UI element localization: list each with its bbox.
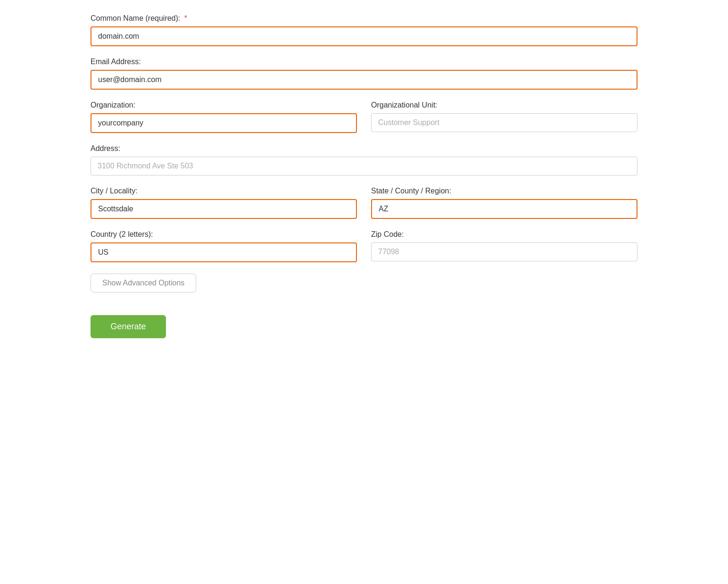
address-group: Address: — [91, 144, 637, 175]
state-input-wrapper — [371, 199, 637, 219]
city-input-wrapper — [91, 199, 357, 219]
org-unit-input[interactable] — [371, 113, 637, 132]
common-name-label-text: Common Name (required): — [91, 14, 180, 22]
organization-input-wrapper — [91, 113, 357, 133]
show-advanced-options-button[interactable]: Show Advanced Options — [91, 274, 196, 292]
required-star: * — [184, 14, 187, 22]
organization-label: Organization: — [91, 101, 357, 109]
country-label: Country (2 letters): — [91, 230, 357, 239]
zip-label: Zip Code: — [371, 230, 637, 239]
advanced-options-group: Show Advanced Options — [91, 274, 637, 304]
country-zip-row: Country (2 letters): Zip Code: — [91, 230, 637, 262]
city-col: City / Locality: — [91, 187, 357, 219]
email-input-wrapper — [91, 70, 637, 90]
common-name-group: Common Name (required): * — [91, 14, 637, 46]
zip-input[interactable] — [371, 242, 637, 261]
organization-col: Organization: — [91, 101, 357, 133]
form-container: Common Name (required): * Email Address:… — [91, 14, 637, 338]
email-group: Email Address: — [91, 58, 637, 90]
state-label: State / County / Region: — [371, 187, 637, 195]
common-name-label: Common Name (required): * — [91, 14, 637, 23]
generate-group: Generate — [91, 315, 637, 338]
country-input-wrapper — [91, 242, 357, 262]
email-input[interactable] — [91, 70, 637, 90]
country-input[interactable] — [91, 242, 357, 262]
common-name-input[interactable] — [91, 26, 637, 46]
org-unit-label: Organizational Unit: — [371, 101, 637, 109]
country-col: Country (2 letters): — [91, 230, 357, 262]
address-label: Address: — [91, 144, 637, 153]
state-col: State / County / Region: — [371, 187, 637, 219]
org-row: Organization: Organizational Unit: — [91, 101, 637, 133]
common-name-input-wrapper — [91, 26, 637, 46]
city-label: City / Locality: — [91, 187, 357, 195]
state-input[interactable] — [371, 199, 637, 219]
email-label: Email Address: — [91, 58, 637, 66]
address-input[interactable] — [91, 157, 637, 175]
city-state-row: City / Locality: State / County / Region… — [91, 187, 637, 219]
generate-button[interactable]: Generate — [91, 315, 166, 338]
city-input[interactable] — [91, 199, 357, 219]
organization-input[interactable] — [91, 113, 357, 133]
org-unit-col: Organizational Unit: — [371, 101, 637, 133]
zip-col: Zip Code: — [371, 230, 637, 262]
